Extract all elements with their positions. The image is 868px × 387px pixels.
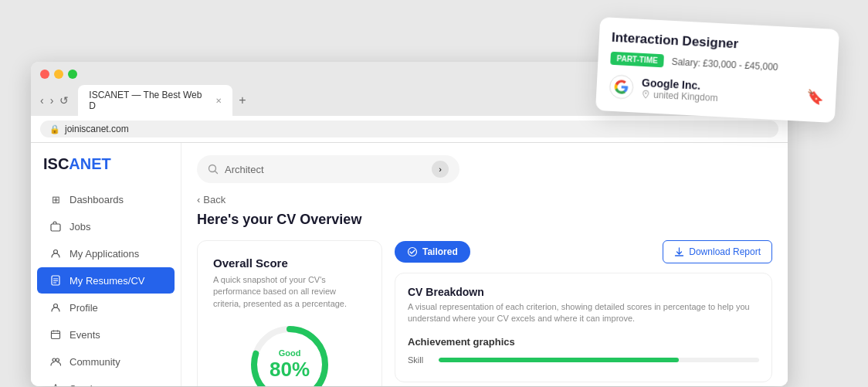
back-chevron-icon: ‹	[197, 194, 200, 205]
download-button[interactable]: Download Report	[663, 240, 772, 263]
svg-line-14	[215, 171, 217, 173]
skill-label: Skill	[408, 355, 431, 365]
score-circle: Good 80%	[247, 322, 332, 386]
svg-point-11	[53, 358, 56, 362]
company-info: Google Inc. united Kingdom	[641, 76, 799, 108]
back-label: Back	[203, 194, 225, 205]
tailored-button[interactable]: Tailored	[395, 241, 470, 263]
sidebar-item-events[interactable]: Events	[37, 321, 175, 348]
score-circle-wrapper: Good 80%	[213, 322, 366, 386]
score-value: 80%	[270, 358, 310, 382]
sidebar-label-dashboards: Dashboards	[70, 194, 124, 205]
new-tab-button[interactable]: +	[236, 93, 249, 107]
part-time-badge: PART-TIME	[610, 52, 664, 68]
search-icon	[208, 164, 219, 175]
profile-icon	[49, 301, 62, 314]
location-icon	[641, 90, 651, 100]
services-icon	[49, 382, 62, 386]
search-input[interactable]	[225, 164, 426, 175]
company-row: Google Inc. united Kingdom 🔖	[609, 74, 824, 110]
sidebar-label-resumes: My Resumes/CV	[70, 275, 145, 287]
sidebar-label-services: Services	[70, 383, 108, 387]
tab-close-icon[interactable]: ✕	[215, 97, 222, 105]
score-card: Overall Score A quick snapshot of your C…	[197, 240, 382, 386]
skill-row: Skill	[408, 355, 759, 365]
forward-nav-icon[interactable]: ›	[50, 94, 54, 107]
right-panel: Tailored Download Report CV Breakdow	[395, 240, 772, 386]
breakdown-card: CV Breakdown A visual representation of …	[395, 273, 772, 382]
sidebar-item-jobs[interactable]: Jobs	[37, 213, 175, 239]
tailored-icon	[407, 246, 418, 257]
sidebar-label-profile: Profile	[70, 302, 98, 314]
address-bar[interactable]: 🔒 joiniscanet.com	[40, 121, 778, 137]
dashboards-icon: ⊞	[49, 193, 62, 205]
jobs-icon	[49, 220, 62, 233]
sidebar-item-community[interactable]: Community	[37, 348, 175, 375]
sidebar-label-applications: My Applications	[70, 248, 139, 260]
job-meta: PART-TIME Salary: £30,000 - £45,000	[610, 52, 826, 76]
salary-prefix: Salary: £	[671, 56, 708, 68]
community-icon	[49, 355, 62, 368]
refresh-icon[interactable]: ↺	[59, 94, 69, 107]
sidebar-label-events: Events	[70, 329, 100, 341]
events-icon	[49, 328, 62, 341]
score-label: Good	[270, 348, 310, 358]
logo: ISCANET	[31, 155, 181, 185]
page-title: Here's your CV Overview	[197, 212, 772, 228]
tailored-btn-label: Tailored	[422, 246, 458, 257]
main-content: › ‹ Back Here's your CV Overview Overall…	[181, 143, 788, 386]
logo-text-black: ISC	[43, 155, 69, 172]
breakdown-description: A visual representation of each criterio…	[408, 301, 759, 325]
job-card: Interaction Designer PART-TIME Salary: £…	[595, 17, 839, 123]
svg-point-21	[645, 93, 646, 94]
bookmark-icon[interactable]: 🔖	[806, 88, 824, 106]
skill-bar-fill	[439, 358, 679, 362]
search-bar[interactable]: ›	[197, 155, 459, 183]
svg-rect-0	[51, 224, 60, 231]
action-bar: Tailored Download Report	[395, 240, 772, 263]
resumes-icon	[49, 274, 62, 287]
download-icon	[674, 247, 684, 257]
nav-icons: ‹ › ↺	[40, 94, 69, 107]
maximize-button[interactable]	[68, 70, 77, 79]
svg-point-19	[409, 248, 417, 256]
tab-title: ISCANET — The Best Web D	[89, 90, 211, 111]
score-title: Overall Score	[213, 256, 366, 270]
google-logo	[609, 74, 635, 100]
page-content: ISCANET ⊞ Dashboards Jobs	[31, 143, 788, 386]
sidebar-item-my-applications[interactable]: My Applications	[37, 240, 175, 266]
sidebar-label-jobs: Jobs	[70, 221, 90, 233]
logo-text-blue: ANET	[69, 155, 110, 172]
close-button[interactable]	[40, 70, 49, 79]
svg-point-12	[56, 358, 59, 362]
skill-bar-background	[439, 358, 759, 362]
sidebar-item-profile[interactable]: Profile	[37, 294, 175, 321]
browser-tab[interactable]: ISCANET — The Best Web D ✕	[78, 85, 232, 116]
achievement-title: Achievement graphics	[408, 336, 759, 348]
sidebar: ISCANET ⊞ Dashboards Jobs	[31, 143, 181, 386]
content-grid: Overall Score A quick snapshot of your C…	[197, 240, 772, 386]
svg-rect-7	[52, 331, 60, 339]
breakdown-title: CV Breakdown	[408, 286, 759, 298]
minimize-button[interactable]	[54, 70, 63, 79]
salary-range: 30,000 - £45,000	[708, 58, 778, 73]
sidebar-item-services[interactable]: Services	[37, 375, 175, 386]
sidebar-item-my-resumes[interactable]: My Resumes/CV	[37, 267, 175, 294]
search-submit-button[interactable]: ›	[432, 161, 449, 178]
url-text: joiniscanet.com	[65, 124, 129, 134]
address-bar-row: 🔒 joiniscanet.com	[31, 116, 788, 143]
location-text: united Kingdom	[653, 90, 718, 104]
back-button[interactable]: ‹ Back	[197, 194, 772, 205]
back-nav-icon[interactable]: ‹	[40, 94, 44, 107]
score-description: A quick snapshot of your CV's performanc…	[213, 274, 366, 310]
score-inner: Good 80%	[270, 348, 310, 382]
lock-icon: 🔒	[49, 124, 60, 134]
sidebar-item-dashboards[interactable]: ⊞ Dashboards	[37, 186, 175, 212]
salary: Salary: £30,000 - £45,000	[671, 56, 778, 72]
sidebar-label-community: Community	[70, 356, 120, 368]
applications-icon	[49, 247, 62, 260]
download-btn-label: Download Report	[689, 246, 761, 257]
